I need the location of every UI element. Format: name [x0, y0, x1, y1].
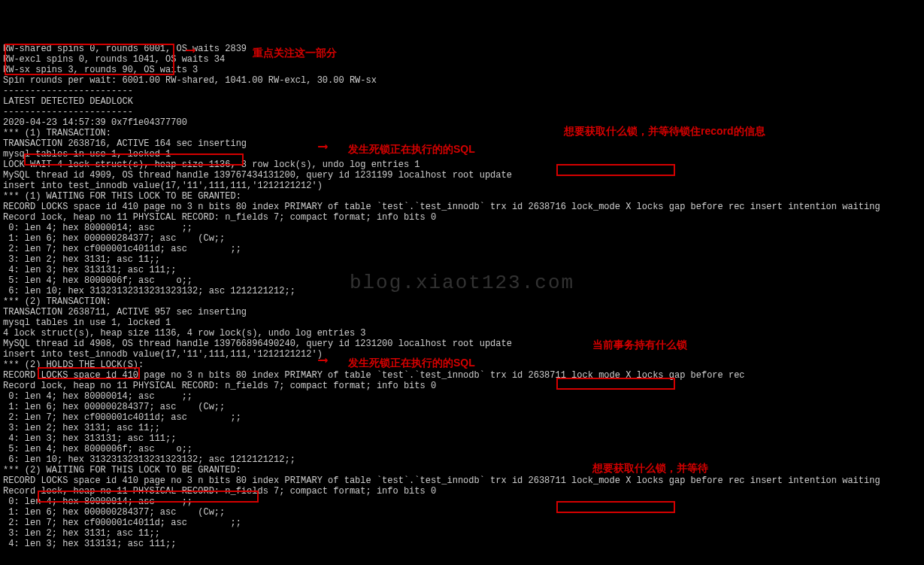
- terminal-line: 4: len 3; hex 313131; asc 111;;: [3, 433, 921, 444]
- terminal-line: 6: len 10; hex 31323132313231323132; asc…: [3, 454, 921, 465]
- terminal-line: 3: len 2; hex 3131; asc 11;;: [3, 528, 921, 539]
- terminal-line: 5: len 4; hex 8000006f; asc o;;: [3, 444, 921, 454]
- terminal-line: 4: len 3; hex 313131; asc 111;;: [3, 265, 921, 275]
- terminal-line: 2020-04-23 14:57:39 0x7f1e04377700: [3, 117, 921, 128]
- terminal-line: Record lock, heap no 11 PHYSICAL RECORD:…: [3, 381, 921, 391]
- terminal-line: RW-shared spins 0, rounds 6001, OS waits…: [3, 44, 921, 54]
- terminal-line: 0: len 4; hex 80000014; asc ;;: [3, 391, 921, 402]
- terminal-output: RW-shared spins 0, rounds 6001, OS waits…: [0, 42, 924, 551]
- terminal-line: 0: len 4; hex 80000014; asc ;;: [3, 497, 921, 507]
- terminal-line: 0: len 4; hex 80000014; asc ;;: [3, 223, 921, 233]
- terminal-line: RECORD LOCKS space id 410 page no 3 n bi…: [3, 202, 921, 212]
- arrow-icon: ⟶: [186, 45, 195, 56]
- terminal-line: RECORD LOCKS space id 410 page no 3 n bi…: [3, 370, 921, 381]
- terminal-line: 2: len 7; hex cf000001c4011d; asc ;;: [3, 244, 921, 254]
- terminal-line: RW-excl spins 0, rounds 1041, OS waits 3…: [3, 54, 921, 65]
- terminal-line: 5: len 4; hex 8000006f; asc o;;: [3, 275, 921, 286]
- annotation-focus-section: 重点关注这一部分: [253, 47, 337, 58]
- terminal-line: 4 lock struct(s), heap size 1136, 4 row …: [3, 328, 921, 339]
- terminal-line: 1: len 6; hex 000000284377; asc (Cw;;: [3, 402, 921, 412]
- terminal-line: MySQL thread id 4909, OS thread handle 1…: [3, 170, 921, 181]
- terminal-line: insert into test_innodb value(17,'11',11…: [3, 181, 921, 191]
- terminal-line: Record lock, heap no 11 PHYSICAL RECORD:…: [3, 212, 921, 223]
- terminal-line: RW-sx spins 3, rounds 90, OS waits 3: [3, 65, 921, 75]
- terminal-line: 1: len 6; hex 000000284377; asc (Cw;;: [3, 233, 921, 244]
- annotation-current-holds: 当前事务持有什么锁: [592, 339, 687, 350]
- arrow-icon: ⟶: [319, 355, 327, 366]
- terminal-line: 6: len 10; hex 31323132313231323132; asc…: [3, 286, 921, 296]
- arrow-icon: ⟶: [319, 141, 327, 152]
- terminal-line: *** (1) TRANSACTION:: [3, 128, 921, 138]
- terminal-line: 4: len 3; hex 313131; asc 111;;: [3, 539, 921, 549]
- terminal-line: 3: len 2; hex 3131; asc 11;;: [3, 423, 921, 433]
- terminal-line: ------------------------: [3, 86, 921, 96]
- terminal-line: ------------------------: [3, 107, 921, 117]
- terminal-line: 3: len 2; hex 3131; asc 11;;: [3, 254, 921, 265]
- terminal-line: *** (2) TRANSACTION:: [3, 296, 921, 307]
- terminal-line: RECORD LOCKS space id 410 page no 3 n bi…: [3, 475, 921, 486]
- terminal-line: TRANSACTION 2638711, ACTIVE 957 sec inse…: [3, 307, 921, 317]
- terminal-line: LOCK WAIT 4 lock struct(s), heap size 11…: [3, 159, 921, 170]
- terminal-line: 1: len 6; hex 000000284377; asc (Cw;;: [3, 507, 921, 518]
- terminal-line: 2: len 7; hex cf000001c4011d; asc ;;: [3, 518, 921, 528]
- annotation-deadlock-sql-2: 发生死锁正在执行的的SQL: [348, 357, 475, 368]
- terminal-line: Spin rounds per wait: 6001.00 RW-shared,…: [3, 75, 921, 86]
- terminal-line: 2: len 7; hex cf000001c4011d; asc ;;: [3, 412, 921, 423]
- terminal-line: mysql tables in use 1, locked 1: [3, 317, 921, 328]
- terminal-line: LATEST DETECTED DEADLOCK: [3, 96, 921, 107]
- terminal-line: *** (2) WAITING FOR THIS LOCK TO BE GRAN…: [3, 465, 921, 475]
- terminal-line: MySQL thread id 4908, OS thread handle 1…: [3, 339, 921, 349]
- terminal-line: Record lock, heap no 11 PHYSICAL RECORD:…: [3, 486, 921, 497]
- terminal-line: *** (1) WAITING FOR THIS LOCK TO BE GRAN…: [3, 191, 921, 202]
- annotation-want-lock-record: 想要获取什么锁，并等待锁住record的信息: [564, 126, 765, 136]
- annotation-want-lock-wait: 想要获取什么锁，并等待: [592, 463, 708, 473]
- annotation-deadlock-sql-1: 发生死锁正在执行的的SQL: [348, 144, 475, 154]
